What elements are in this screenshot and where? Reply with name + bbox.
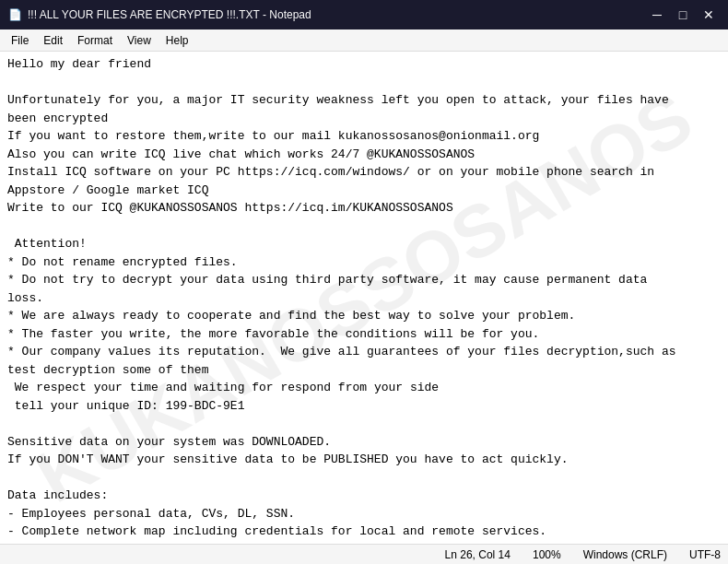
menu-view[interactable]: View	[120, 32, 159, 49]
editor-area[interactable]: KUKANOSSOSANOS Hello my dear friend Unfo…	[0, 52, 728, 544]
maximize-button[interactable]: □	[671, 6, 695, 24]
menu-format[interactable]: Format	[70, 32, 120, 49]
editor-content[interactable]: Hello my dear friend Unfortunately for y…	[7, 55, 721, 544]
status-line-ending: Windows (CRLF)	[583, 548, 667, 561]
status-bar: Ln 26, Col 14 100% Windows (CRLF) UTF-8	[0, 544, 728, 564]
title-bar-left: 📄 !!! ALL YOUR FILES ARE ENCRYPTED !!!.T…	[7, 7, 311, 22]
status-line-col: Ln 26, Col 14	[445, 548, 511, 561]
close-button[interactable]: ✕	[697, 6, 721, 24]
app-icon: 📄	[7, 7, 22, 22]
minimize-button[interactable]: ─	[645, 6, 669, 24]
menu-edit[interactable]: Edit	[36, 32, 70, 49]
menu-bar: File Edit Format View Help	[0, 29, 728, 52]
menu-file[interactable]: File	[4, 32, 36, 49]
title-bar: 📄 !!! ALL YOUR FILES ARE ENCRYPTED !!!.T…	[0, 0, 728, 29]
menu-help[interactable]: Help	[159, 32, 196, 49]
title-bar-controls: ─ □ ✕	[645, 6, 721, 24]
title-bar-text: !!! ALL YOUR FILES ARE ENCRYPTED !!!.TXT…	[28, 8, 311, 21]
status-encoding: UTF-8	[689, 548, 721, 561]
status-zoom: 100%	[533, 548, 561, 561]
